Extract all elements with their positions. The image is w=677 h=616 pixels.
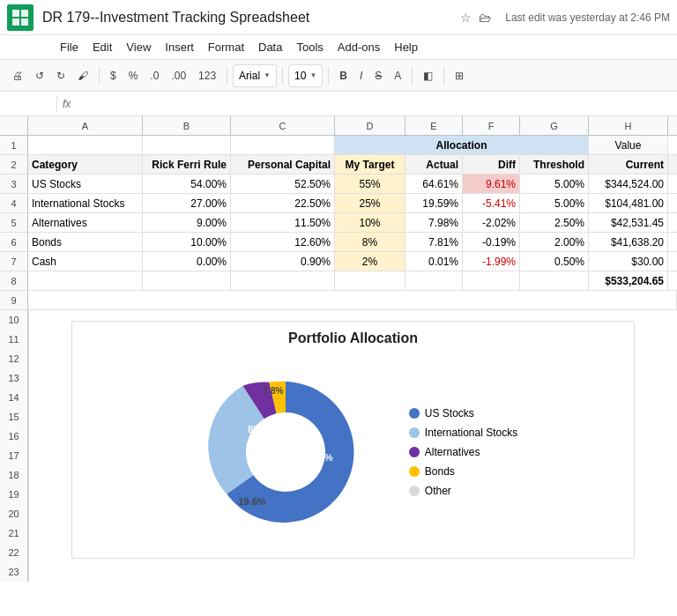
cell-allocation-header[interactable]: Allocation	[335, 136, 589, 154]
menu-edit[interactable]: Edit	[86, 39, 119, 56]
menu-data[interactable]: Data	[251, 39, 289, 56]
row-num-22[interactable]: 22	[0, 543, 28, 562]
paint-format-button[interactable]: 🖌	[72, 66, 93, 85]
cell-a1[interactable]	[28, 136, 143, 154]
cell-b1[interactable]	[143, 136, 231, 154]
col-header-h[interactable]: H	[589, 116, 668, 135]
cell-c2[interactable]: Personal Capital	[231, 155, 335, 174]
cell-f4[interactable]: -5.41%	[463, 194, 520, 212]
cell-a4[interactable]: International Stocks	[28, 194, 143, 212]
row-num-7[interactable]: 7	[0, 252, 28, 271]
italic-button[interactable]: I	[354, 66, 368, 85]
cell-f8[interactable]	[463, 271, 520, 290]
currency-button[interactable]: $	[105, 66, 122, 85]
undo-button[interactable]: ↺	[30, 66, 49, 85]
row-num-14[interactable]: 14	[0, 388, 28, 407]
borders-button[interactable]: ⊞	[450, 66, 469, 85]
cell-g3[interactable]: 5.00%	[520, 174, 589, 193]
col-header-f[interactable]: F	[463, 116, 520, 135]
cell-h6[interactable]: $41,638.20	[589, 233, 668, 251]
row-num-23[interactable]: 23	[0, 562, 28, 582]
row-num-17[interactable]: 17	[0, 446, 28, 465]
cell-a8[interactable]	[28, 271, 143, 290]
cell-g4[interactable]: 5.00%	[520, 194, 589, 212]
formula-input[interactable]	[76, 98, 670, 110]
bold-button[interactable]: B	[334, 66, 353, 85]
row-num-1[interactable]: 1	[0, 136, 28, 154]
cell-c8[interactable]	[231, 271, 335, 290]
menu-view[interactable]: View	[119, 39, 158, 56]
menu-insert[interactable]: Insert	[158, 39, 201, 56]
cell-b8[interactable]	[143, 271, 231, 290]
menu-format[interactable]: Format	[201, 39, 251, 56]
cell-e5[interactable]: 7.98%	[405, 213, 463, 232]
cell-g8[interactable]	[520, 271, 589, 290]
row-num-19[interactable]: 19	[0, 485, 28, 504]
cell-h3[interactable]: $344,524.00	[589, 174, 668, 193]
cell-b5[interactable]: 9.00%	[143, 213, 231, 232]
cell-e2[interactable]: Actual	[405, 155, 463, 174]
strikethrough-button[interactable]: S	[369, 66, 387, 85]
cell-h2[interactable]: Current	[589, 155, 668, 174]
row-num-6[interactable]: 6	[0, 233, 28, 251]
cell-f3[interactable]: 9.61%	[463, 174, 520, 193]
col-header-c[interactable]: C	[231, 116, 335, 135]
col-header-d[interactable]: D	[335, 116, 405, 135]
row-num-21[interactable]: 21	[0, 523, 28, 543]
row-num-5[interactable]: 5	[0, 213, 28, 232]
cell-a5[interactable]: Alternatives	[28, 213, 143, 232]
cell-a6[interactable]: Bonds	[28, 233, 143, 251]
row-num-20[interactable]: 20	[0, 504, 28, 523]
font-selector[interactable]: Arial ▼	[233, 64, 277, 87]
row-num-18[interactable]: 18	[0, 465, 28, 485]
cell-row9[interactable]	[28, 291, 677, 309]
cell-d7[interactable]: 2%	[335, 252, 405, 271]
percent-button[interactable]: %	[123, 66, 144, 85]
cell-g6[interactable]: 2.00%	[520, 233, 589, 251]
row-num-8[interactable]: 8	[0, 271, 28, 290]
cell-d2[interactable]: My Target	[335, 155, 405, 174]
cell-h1[interactable]: Value	[589, 136, 668, 154]
cell-g5[interactable]: 2.50%	[520, 213, 589, 232]
cell-b2[interactable]: Rick Ferri Rule	[143, 155, 231, 174]
cell-e8[interactable]	[405, 271, 463, 290]
row-num-11[interactable]: 11	[0, 330, 28, 349]
cell-c1[interactable]	[231, 136, 335, 154]
cell-h5[interactable]: $42,531.45	[589, 213, 668, 232]
cell-f6[interactable]: -0.19%	[463, 233, 520, 251]
cell-a7[interactable]: Cash	[28, 252, 143, 271]
cell-d6[interactable]: 8%	[335, 233, 405, 251]
col-header-g[interactable]: G	[520, 116, 589, 135]
menu-file[interactable]: File	[53, 39, 86, 56]
cell-d5[interactable]: 10%	[335, 213, 405, 232]
cell-c7[interactable]: 0.90%	[231, 252, 335, 271]
cell-a3[interactable]: US Stocks	[28, 174, 143, 193]
chart-area[interactable]: Portfolio Allocation	[71, 321, 635, 559]
cell-b6[interactable]: 10.00%	[143, 233, 231, 251]
cell-d3[interactable]: 55%	[335, 174, 405, 193]
row-num-9[interactable]: 9	[0, 291, 28, 309]
fill-color-button[interactable]: ◧	[418, 66, 438, 85]
font-size-selector[interactable]: 10 ▼	[288, 64, 323, 87]
cell-c3[interactable]: 52.50%	[231, 174, 335, 193]
row-num-13[interactable]: 13	[0, 368, 28, 388]
menu-addons[interactable]: Add-ons	[331, 39, 387, 56]
cell-g2[interactable]: Threshold	[520, 155, 589, 174]
cell-e3[interactable]: 64.61%	[405, 174, 463, 193]
row-num-2[interactable]: 2	[0, 155, 28, 174]
format-number-button[interactable]: 123	[193, 66, 221, 85]
cell-c6[interactable]: 12.60%	[231, 233, 335, 251]
cell-c4[interactable]: 22.50%	[231, 194, 335, 212]
row-num-10[interactable]: 10	[0, 310, 28, 330]
cell-h4[interactable]: $104,481.00	[589, 194, 668, 212]
cell-b7[interactable]: 0.00%	[143, 252, 231, 271]
cell-f5[interactable]: -2.02%	[463, 213, 520, 232]
text-color-button[interactable]: A	[389, 66, 406, 85]
col-header-a[interactable]: A	[28, 116, 143, 135]
cell-g7[interactable]: 0.50%	[520, 252, 589, 271]
col-header-e[interactable]: E	[405, 116, 463, 135]
redo-button[interactable]: ↻	[51, 66, 71, 85]
cell-e6[interactable]: 7.81%	[405, 233, 463, 251]
row-num-16[interactable]: 16	[0, 427, 28, 446]
cell-e4[interactable]: 19.59%	[405, 194, 463, 212]
